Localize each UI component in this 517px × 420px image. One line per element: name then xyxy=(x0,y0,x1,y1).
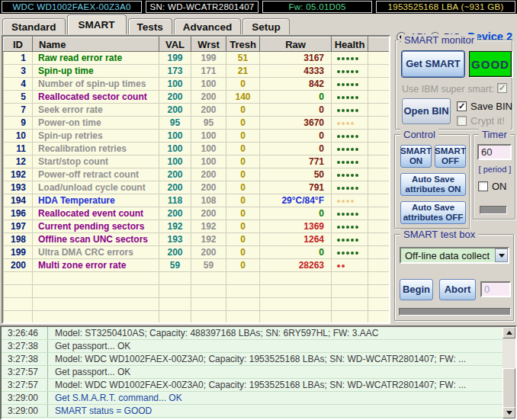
test-counter-input[interactable] xyxy=(480,281,511,297)
cell-name: Reallocated sector count xyxy=(33,91,159,104)
attribute-row-4[interactable]: 4Number of spin-up times1001000842 xyxy=(4,78,390,91)
column-header-health[interactable]: Health xyxy=(332,37,368,52)
abort-button[interactable]: Abort xyxy=(439,279,476,300)
attribute-row-199[interactable]: 199Ultra DMA CRC errors20020000 xyxy=(4,246,390,259)
attribute-row-196[interactable]: 196Reallocated event count20020000 xyxy=(4,207,390,220)
timer-on-checkbox[interactable] xyxy=(478,181,488,191)
health-dot xyxy=(337,96,340,99)
control-group: Control SMART ON SMART OFF Auto Save att… xyxy=(394,134,470,229)
attribute-row-1[interactable]: 1Raw read error rate199199513167 xyxy=(4,52,390,65)
attribute-row-193[interactable]: 193Load/unload cycle count2002000791 xyxy=(4,181,390,194)
crypt-it-checkbox[interactable] xyxy=(457,116,467,126)
cell-val: 100 xyxy=(159,78,191,91)
log-scrollbar[interactable] xyxy=(503,327,515,418)
cell-tresh: 0 xyxy=(226,168,260,181)
attribute-row-198[interactable]: 198Offline scan UNC sectors19319201264 xyxy=(4,233,390,246)
tab-smart[interactable]: SMART xyxy=(67,14,127,34)
column-header-id[interactable]: ID xyxy=(4,37,33,52)
ibm-super-smart-label: Use IBM super smart: xyxy=(402,84,494,95)
log-message: SMART status = GOOD xyxy=(48,406,152,416)
health-dot xyxy=(337,252,340,255)
attribute-row-11[interactable]: 11Recalibration retries10010000 xyxy=(4,143,390,155)
cell-tresh: 51 xyxy=(226,52,260,65)
health-dot xyxy=(351,70,354,73)
scroll-up-button[interactable] xyxy=(503,327,515,338)
cell-raw: 1264 xyxy=(260,233,332,246)
attribute-row-194[interactable]: 194HDA Temperature118108029°C/84°F xyxy=(4,194,390,207)
scrollbar-thumb[interactable] xyxy=(503,368,515,411)
tab-bar: StandardSMARTTestsAdvancedSetup API PIO … xyxy=(0,14,517,34)
health-dot xyxy=(337,187,340,190)
test-select-dropdown[interactable]: Off-line data collect xyxy=(400,247,509,264)
attribute-row-200[interactable]: 200Multi zone error rate5959028263 xyxy=(4,259,390,272)
smart-attributes-table: IDNameVALWrstTreshRawHealth 1Raw read er… xyxy=(2,35,390,324)
begin-button[interactable]: Begin xyxy=(400,279,433,300)
attribute-row-12[interactable]: 12Start/stop count1001000771 xyxy=(4,155,390,168)
health-dot xyxy=(342,200,345,203)
health-dot xyxy=(355,57,358,60)
empty-cell xyxy=(332,285,368,298)
column-header-wrst[interactable]: Wrst xyxy=(191,37,226,52)
open-bin-button[interactable]: Open BIN xyxy=(402,98,451,124)
log-time: 3:27:57 xyxy=(2,366,48,378)
tab-tests[interactable]: Tests xyxy=(128,18,172,34)
health-dot xyxy=(342,213,345,216)
attribute-row-9[interactable]: 9Power-on time959503670 xyxy=(4,117,390,130)
cell-name: Power-off retract count xyxy=(33,168,159,181)
cell-val: 173 xyxy=(159,65,191,78)
tab-standard[interactable]: Standard xyxy=(2,18,66,34)
crypt-it-label: Crypt it! xyxy=(470,115,505,127)
health-dot xyxy=(346,135,349,138)
empty-cell xyxy=(260,285,332,298)
ibm-super-smart-checkbox[interactable]: ✓ xyxy=(497,83,507,93)
attribute-row-5[interactable]: 5Reallocated sector count2002001400 xyxy=(4,91,390,104)
cell-id: 5 xyxy=(4,91,33,104)
cell-tresh: 0 xyxy=(226,78,260,91)
health-dot xyxy=(337,122,340,125)
cell-raw: 4333 xyxy=(260,65,332,78)
cell-name: Power-on time xyxy=(33,117,159,130)
health-dot xyxy=(346,187,349,190)
smart-off-button[interactable]: SMART OFF xyxy=(435,145,466,168)
attribute-row-3[interactable]: 3Spin-up time173171214333 xyxy=(4,65,390,78)
health-dot xyxy=(351,174,354,177)
health-dot xyxy=(355,161,358,164)
attribute-row-197[interactable]: 197Current pending sectors19219201369 xyxy=(4,220,390,233)
cell-name: Number of spin-up times xyxy=(33,78,159,91)
empty-cell xyxy=(332,298,368,311)
attribute-row-7[interactable]: 7Seek error rate20020000 xyxy=(4,104,390,117)
smart-status-indicator: GOOD xyxy=(469,51,512,77)
cell-name: Raw read error rate xyxy=(33,52,159,65)
column-header-val[interactable]: VAL xyxy=(159,37,191,52)
get-smart-button[interactable]: Get SMART xyxy=(402,51,464,77)
dropdown-button[interactable] xyxy=(495,248,508,262)
column-header-raw[interactable]: Raw xyxy=(260,37,332,52)
column-header-tresh[interactable]: Tresh xyxy=(226,37,260,52)
cell-wrst: 171 xyxy=(191,65,226,78)
tab-advanced[interactable]: Advanced xyxy=(174,18,242,34)
timer-period-input[interactable] xyxy=(477,144,512,160)
tab-setup[interactable]: Setup xyxy=(242,18,290,34)
auto-save-attributes-off-button[interactable]: Auto Save attributes OFF xyxy=(400,201,466,224)
empty-cell xyxy=(159,311,191,324)
smart-on-button[interactable]: SMART ON xyxy=(400,145,432,168)
health-dot xyxy=(346,109,349,112)
empty-cell xyxy=(33,285,159,298)
cell-id: 196 xyxy=(4,207,33,220)
cell-val: 100 xyxy=(159,143,191,155)
auto-save-attributes-on-button[interactable]: Auto Save attributes ON xyxy=(400,173,466,196)
save-bin-checkbox[interactable]: ✓ xyxy=(457,101,467,111)
attribute-row-10[interactable]: 10Spin-up retries10010000 xyxy=(4,130,390,143)
attribute-row-192[interactable]: 192Power-off retract count200200050 xyxy=(4,168,390,181)
cell-val: 200 xyxy=(159,91,191,104)
empty-cell xyxy=(368,311,390,324)
column-header-name[interactable]: Name xyxy=(33,37,159,52)
empty-cell xyxy=(226,298,260,311)
cell-val: 200 xyxy=(159,207,191,220)
log-message: Get passport... OK xyxy=(48,341,130,351)
cell-filler xyxy=(368,78,390,91)
scroll-down-button[interactable] xyxy=(503,407,515,418)
cell-id: 10 xyxy=(4,130,33,143)
health-dot xyxy=(346,174,349,177)
health-dot xyxy=(355,70,358,73)
